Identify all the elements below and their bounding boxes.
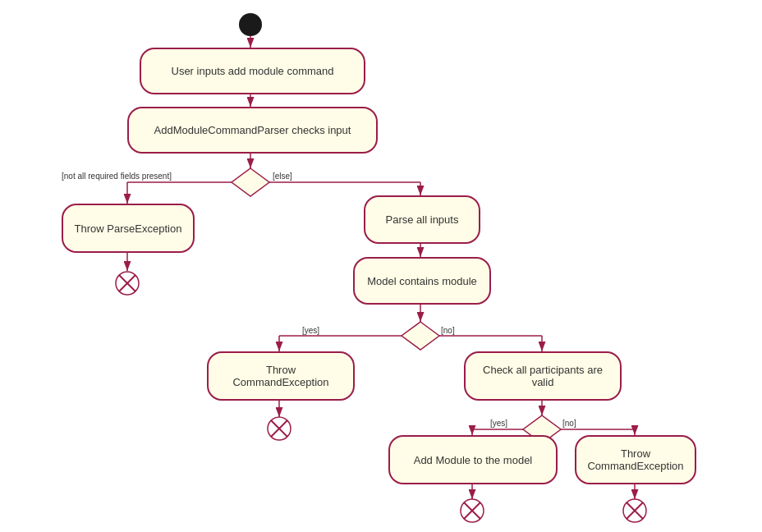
node-throw-command-exception-2: Throw CommandException bbox=[575, 435, 696, 484]
node-user-inputs: User inputs add module command bbox=[140, 48, 365, 94]
node-model-contains: Model contains module bbox=[353, 257, 491, 305]
node-add-module: Add Module to the model bbox=[388, 435, 558, 484]
label-yes2: [yes] bbox=[490, 419, 507, 428]
label-else: [else] bbox=[273, 172, 292, 181]
node-throw-parse-exception: Throw ParseException bbox=[62, 204, 195, 253]
node-parse-all-inputs: Parse all inputs bbox=[364, 195, 480, 244]
decision-node-2 bbox=[402, 322, 439, 350]
label-no1: [no] bbox=[441, 326, 455, 335]
node-parser-checks: AddModuleCommandParser checks input bbox=[127, 107, 378, 154]
node-throw-command-exception-1: Throw CommandException bbox=[207, 351, 355, 401]
decision-node-1 bbox=[232, 168, 269, 196]
label-no2: [no] bbox=[562, 419, 576, 428]
activity-diagram: [not all required fields present] [else]… bbox=[0, 0, 762, 532]
node-check-participants: Check all participants are valid bbox=[464, 351, 622, 401]
start-node bbox=[239, 13, 262, 36]
label-not-all-required: [not all required fields present] bbox=[62, 172, 172, 181]
label-yes1: [yes] bbox=[302, 326, 319, 335]
